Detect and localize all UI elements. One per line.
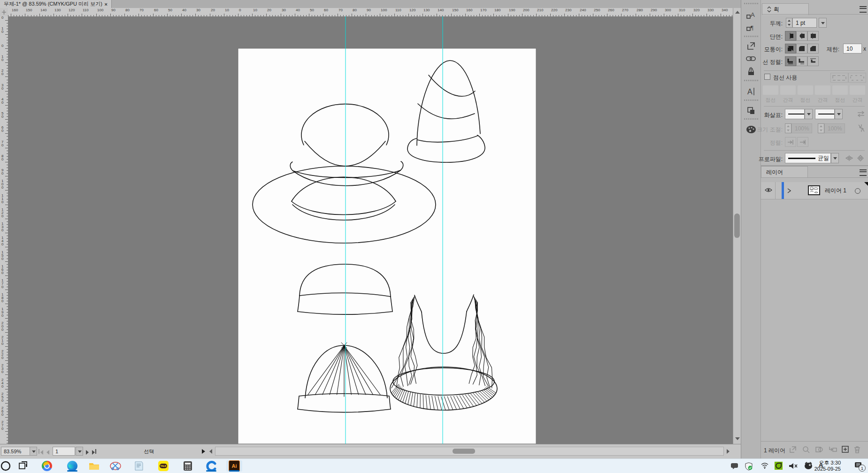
edge-icon[interactable]: [67, 460, 78, 472]
zoom-dropdown-button[interactable]: [30, 447, 37, 456]
next-artboard-button[interactable]: [86, 450, 89, 455]
notepad-icon[interactable]: [133, 460, 145, 472]
horizontal-scroll-thumb[interactable]: [453, 449, 475, 454]
layer-selected-indicator: [864, 182, 868, 186]
first-artboard-bar: [38, 449, 39, 454]
wifi-tray-icon[interactable]: [760, 462, 769, 469]
volume-muted-tray-icon[interactable]: [789, 462, 798, 470]
arrow-scale-label: 크기 조절:: [743, 126, 783, 134]
layer-name[interactable]: 레이어 1: [825, 187, 846, 195]
round-cap-button[interactable]: [796, 31, 807, 41]
butt-cap-button[interactable]: [785, 31, 796, 41]
canvas-area[interactable]: [8, 16, 733, 444]
security-shield-tray-icon[interactable]: [745, 462, 753, 471]
delete-layer-icon[interactable]: [854, 446, 860, 453]
notification-center-icon[interactable]: 1: [854, 461, 863, 470]
gap-field-label: 간격: [815, 97, 830, 104]
chrome-icon[interactable]: [41, 460, 53, 472]
miter-limit-field[interactable]: 10: [843, 44, 862, 53]
file-explorer-icon[interactable]: [88, 460, 100, 472]
layer-row[interactable]: 레이어 1: [761, 182, 868, 199]
document-tab[interactable]: 무제-1* @ 83.59% (CMYK/GPU 미리 보기) ×: [0, 0, 112, 8]
running-indicator: [229, 470, 239, 472]
nvidia-tray-icon[interactable]: [775, 462, 783, 470]
calculator-icon[interactable]: [182, 460, 193, 472]
ruler-origin-box[interactable]: [0, 8, 8, 17]
layers-panel-tab[interactable]: 레이어: [761, 166, 808, 178]
projecting-cap-button[interactable]: [807, 31, 819, 41]
running-indicator: [67, 470, 77, 472]
dash-value-field: [763, 85, 778, 95]
arrowhead-start-dropdown[interactable]: [785, 109, 805, 119]
vertical-ruler[interactable]: 2010010203040506070809010011012013014015…: [0, 16, 8, 444]
status-bar: 83.59% 1 선택: [0, 444, 741, 459]
kakaotalk-icon[interactable]: TALK: [158, 460, 169, 472]
blue-c-app-icon[interactable]: [206, 460, 217, 472]
stroke-panel-tab[interactable]: 획: [762, 3, 809, 15]
align-stroke-center-button[interactable]: [785, 56, 796, 66]
brushes-panel-icon[interactable]: [745, 66, 757, 77]
character-styles-panel-icon[interactable]: A: [745, 9, 757, 21]
scroll-left-arrow[interactable]: [209, 449, 212, 454]
weight-label: 두께:: [751, 20, 783, 28]
layers-panel-menu-icon[interactable]: [860, 169, 867, 176]
layers-panel-title: 레이어: [766, 168, 783, 176]
layer-target-circle[interactable]: [855, 188, 860, 194]
arrowhead-end-dropdown[interactable]: [815, 109, 835, 119]
make-mask-icon[interactable]: [815, 446, 823, 453]
locate-object-icon[interactable]: [802, 446, 810, 453]
horizontal-scrollbar[interactable]: [215, 447, 724, 456]
dock-drag-handle[interactable]: [744, 3, 758, 4]
artboard-number-field[interactable]: 1: [53, 447, 75, 456]
layer-selection-bar: [782, 182, 784, 199]
illustrator-icon[interactable]: Ai: [226, 460, 242, 472]
status-options-arrow[interactable]: [202, 449, 205, 454]
stroke-panel-menu-icon[interactable]: [860, 6, 867, 13]
last-artboard-button[interactable]: [92, 450, 95, 455]
layer-visibility-icon[interactable]: [765, 188, 772, 192]
bevel-join-button[interactable]: [807, 44, 819, 53]
app-tray-icon[interactable]: [804, 461, 813, 470]
scroll-right-arrow[interactable]: [727, 449, 730, 454]
scroll-down-arrow[interactable]: [735, 437, 740, 440]
dock-drag-handle[interactable]: [744, 99, 758, 101]
weight-stepper[interactable]: [786, 18, 792, 28]
arrowhead-start-chevron[interactable]: [805, 109, 813, 119]
vertical-scrollbar[interactable]: [733, 8, 741, 444]
dash-value-field: [798, 85, 813, 95]
swap-arrowheads-icon: [857, 111, 865, 117]
align-stroke-outside-button[interactable]: [807, 56, 819, 66]
tray-clock[interactable]: 오후 3:30 2025-09-25: [814, 460, 841, 472]
horizontal-ruler[interactable]: 1601501401301201101009080706050403020100…: [8, 8, 733, 17]
profile-dropdown[interactable]: 균일: [785, 153, 831, 163]
new-layer-icon[interactable]: [842, 446, 849, 453]
align-stroke-inside-button[interactable]: [796, 56, 807, 66]
dock-drag-handle[interactable]: [744, 80, 758, 81]
snipping-tool-icon[interactable]: [110, 460, 121, 472]
corner-label: 모퉁이:: [751, 46, 783, 53]
layer-thumbnail[interactable]: [808, 185, 820, 195]
svg-text:A: A: [751, 11, 755, 18]
type-panel-icon[interactable]: A: [745, 86, 757, 97]
miter-join-button[interactable]: [785, 44, 796, 53]
artboard-dropdown-button[interactable]: [76, 447, 83, 456]
arrow-scale-stepper-2: [818, 123, 824, 133]
round-join-button[interactable]: [796, 44, 807, 53]
dashed-line-checkbox[interactable]: [764, 74, 770, 80]
miter-limit-label: 제한:: [819, 46, 839, 53]
close-tab-icon[interactable]: ×: [105, 1, 108, 7]
start-button[interactable]: [0, 460, 11, 472]
task-view-button[interactable]: [18, 460, 29, 472]
profile-chevron[interactable]: [831, 153, 839, 163]
scroll-up-arrow[interactable]: [735, 11, 740, 14]
weight-field[interactable]: 1 pt: [792, 18, 817, 28]
vertical-scroll-thumb[interactable]: [734, 214, 740, 238]
zoom-level-field[interactable]: 83.59%: [1, 447, 30, 456]
new-sublayer-icon[interactable]: [829, 446, 837, 453]
layer-expand-chevron[interactable]: [787, 188, 791, 193]
arrowhead-end-chevron[interactable]: [835, 109, 843, 119]
chat-tray-icon[interactable]: [730, 462, 739, 470]
weight-dropdown-button[interactable]: [819, 18, 827, 28]
align-dash-button: [848, 73, 866, 83]
collect-for-export-icon[interactable]: [789, 446, 797, 453]
